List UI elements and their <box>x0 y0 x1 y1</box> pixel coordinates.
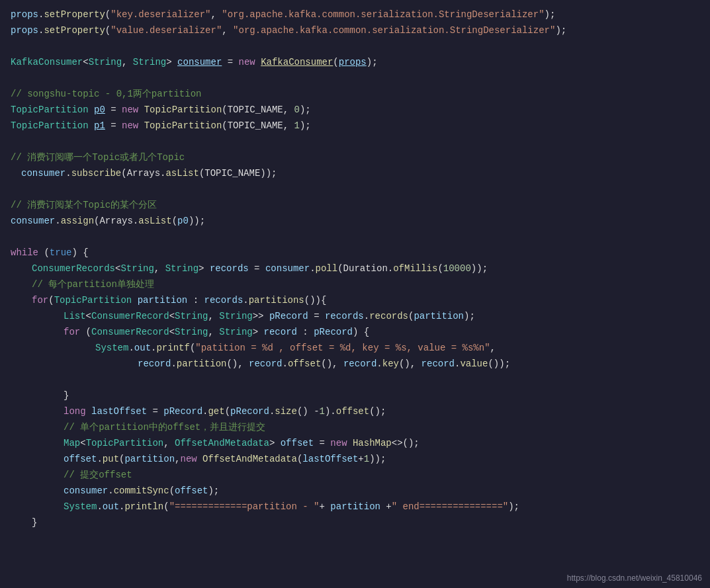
code-line-comment-partition-single: // 每个partition单独处理 <box>0 276 710 292</box>
code-line-blank1 <box>0 38 710 54</box>
code-line-close-outer-for: } <box>0 515 710 530</box>
code-line-commit-sync: consumer.commitSync(offset); <box>0 483 710 499</box>
code-line-blank5 <box>0 229 710 245</box>
code-line-blank3 <box>0 134 710 149</box>
code-line-record-values: record.partition(), record.offset(), rec… <box>0 356 710 372</box>
code-line-offset-put: offset.put(partition,new OffsetAndMetada… <box>0 451 710 467</box>
code-line-list-precord: List<ConsumerRecord<String, String>> pRe… <box>0 308 710 324</box>
code-editor: props.setProperty("key.deserializer", "o… <box>0 0 710 588</box>
code-line-blank2 <box>0 70 710 86</box>
code-line-subscribe: consumer.subscribe(Arrays.asList(TOPIC_N… <box>0 165 710 181</box>
code-line-2: props.setProperty("value.deserializer", … <box>0 22 710 38</box>
code-line-while: while (true) { <box>0 245 710 261</box>
code-line-kafka-consumer: KafkaConsumer<String, String> consumer =… <box>0 54 710 70</box>
code-line-for-consumer-record: for (ConsumerRecord<String, String> reco… <box>0 324 710 340</box>
code-line-comment-subscribe: // 消费订阅哪一个Topic或者几个Topic <box>0 149 710 165</box>
code-line-consumer-records: ConsumerRecords<String, String> records … <box>0 261 710 276</box>
code-line-close-inner-for: } <box>0 388 710 403</box>
code-line-1: props.setProperty("key.deserializer", "o… <box>0 7 710 22</box>
watermark: https://blog.csdn.net/weixin_45810046 <box>567 573 702 583</box>
code-line-p0: TopicPartition p0 = new TopicPartition(T… <box>0 102 710 118</box>
code-line-comment-topic: // songshu-topic - 0,1两个partition <box>0 86 710 102</box>
code-line-last-offset: long lastOffset = pRecord.get(pRecord.si… <box>0 403 710 419</box>
code-line-map-offset: Map<TopicPartition, OffsetAndMetadata> o… <box>0 435 710 451</box>
code-line-p1: TopicPartition p1 = new TopicPartition(T… <box>0 118 710 134</box>
code-line-for-topic-partition: for(TopicPartition partition : records.p… <box>0 292 710 308</box>
code-line-blank6 <box>0 372 710 388</box>
code-line-comment-assign: // 消费订阅某个Topic的某个分区 <box>0 197 710 213</box>
code-line-comment-single-offset: // 单个partition中的offset，并且进行提交 <box>0 419 710 435</box>
code-line-comment-commit: // 提交offset <box>0 467 710 483</box>
code-line-system-println: System.out.println("=============partiti… <box>0 499 710 515</box>
code-line-assign: consumer.assign(Arrays.asList(p0)); <box>0 213 710 229</box>
code-line-system-printf: System.out.printf("patition = %d , offse… <box>0 340 710 356</box>
code-line-blank4 <box>0 181 710 197</box>
